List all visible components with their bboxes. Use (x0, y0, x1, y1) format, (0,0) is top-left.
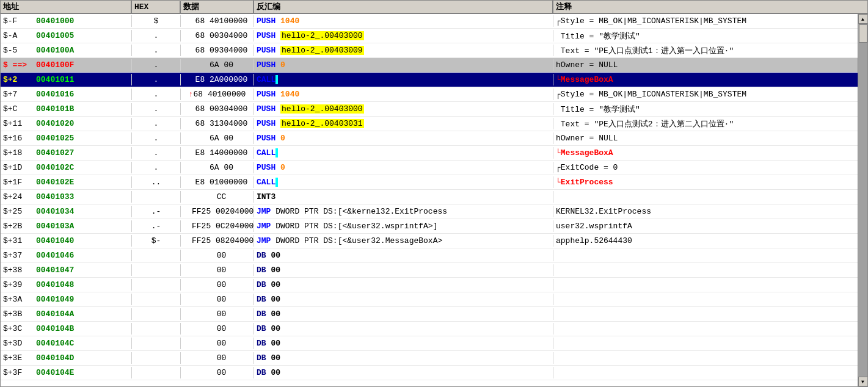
scrollbar[interactable]: ▲ ▼ (858, 14, 867, 386)
hex-bytes: 68 40100000 (193, 90, 246, 99)
cell-data: 00 (181, 264, 254, 276)
table-row[interactable]: $+18 00401027 . E8 14000000 CALL └Messag… (1, 146, 858, 161)
no-arrow (208, 353, 217, 363)
disasm-container: 地址 HEX 数据 反汇编 注释 (0, 0, 868, 387)
cell-comment: Title = "教学测试" (553, 29, 858, 43)
cell-hex: . (132, 30, 181, 42)
addr-hex: 00401000 (36, 16, 74, 26)
addr-hex: 0040104D (36, 353, 74, 363)
addr-hex: 00401025 (36, 134, 74, 143)
table-row[interactable]: $+3A 00401049 00 DB 00 (1, 292, 858, 307)
scrollbar-up-btn[interactable]: ▲ (858, 14, 868, 24)
table-row[interactable]: $+3C 0040104B 00 DB 00 (1, 322, 858, 336)
addr-hex: 00401011 (36, 75, 74, 84)
cell-data: 68 40100000 (181, 15, 254, 27)
cell-disasm: CALL (254, 147, 553, 159)
table-row[interactable]: $+1F 0040102E .. E8 01000000 CALL └ExitP… (1, 175, 858, 190)
cell-data: FF25 00204000 (181, 206, 254, 217)
table-row[interactable]: $+2B 0040103A .- FF25 0C204000 JMP DWORD… (1, 219, 858, 234)
no-arrow (187, 46, 195, 55)
cell-comment (553, 372, 858, 374)
cell-disasm: DB 00 (254, 323, 553, 335)
cell-hex (132, 367, 181, 378)
scrollbar-track[interactable] (858, 24, 867, 377)
table-row[interactable]: $+3B 0040104A 00 DB 00 (1, 307, 858, 322)
no-arrow (187, 178, 195, 187)
cell-data: FF25 08204000 (181, 235, 254, 247)
no-arrow (208, 192, 217, 201)
addr-hex: 0040102E (36, 178, 74, 187)
cell-data: 00 (181, 323, 254, 335)
cell-data: 00 (181, 367, 254, 378)
cell-disasm: DB 00 (254, 250, 553, 261)
table-row[interactable]: $+1D 0040102C . 6A 00 PUSH 0 ┌ExitCode =… (1, 161, 858, 175)
cell-address: $+31 00401040 (1, 235, 132, 247)
cell-comment: Text = "PE入口点测试2：进入第二入口位置·" (553, 117, 858, 131)
cell-disasm: JMP DWORD PTR DS:[<&user32.wsprintfA>] (254, 220, 553, 232)
scrollbar-thumb[interactable] (859, 24, 867, 43)
cell-hex (132, 250, 181, 261)
addr-hex: 0040103A (36, 222, 74, 231)
table-row[interactable]: $-F 00401000 $ 68 40100000 PUSH 1040 ┌St… (1, 14, 858, 29)
hex-bytes: 00 (217, 309, 227, 319)
table-row[interactable]: $ ==> 0040100F . 6A 00 PUSH 0 hOwner = N… (1, 58, 858, 73)
hex-bytes: 00 (217, 251, 227, 260)
table-row[interactable]: $+38 00401047 00 DB 00 (1, 263, 858, 278)
cell-address: $+38 00401047 (1, 264, 132, 276)
cell-disasm: CALL (254, 74, 553, 85)
cell-comment: Title = "教学测试" (553, 103, 858, 116)
cell-address: $+C 0040101B (1, 103, 132, 115)
cell-comment: hOwner = NULL (553, 59, 858, 71)
cell-disasm: PUSH 0 (254, 162, 553, 173)
cell-data: E8 01000000 (181, 176, 254, 188)
addr-offset: $+3B (3, 309, 35, 319)
table-row[interactable]: $+24 00401033 CC INT3 (1, 190, 858, 204)
cell-hex: $- (132, 235, 181, 247)
addr-hex: 00401046 (36, 251, 74, 260)
table-row[interactable]: $+31 00401040 $- FF25 08204000 JMP DWORD… (1, 234, 858, 248)
rows-container[interactable]: $-F 00401000 $ 68 40100000 PUSH 1040 ┌St… (1, 14, 858, 386)
cell-hex: . (132, 59, 181, 71)
cell-address: $+2 00401011 (1, 74, 132, 85)
table-row[interactable]: $+39 00401048 00 DB 00 (1, 278, 858, 292)
cell-address: $-A 00401005 (1, 30, 132, 42)
addr-offset: $+25 (3, 207, 35, 216)
table-row[interactable]: $+16 00401025 . 6A 00 PUSH 0 hOwner = NU… (1, 131, 858, 146)
header-hex: HEX (132, 1, 181, 13)
cell-address: $+1F 0040102E (1, 176, 132, 188)
table-row[interactable]: $-A 00401005 . 68 00304000 PUSH hello-2_… (1, 29, 858, 43)
addr-offset: $+3F (3, 368, 35, 377)
table-row[interactable]: $+7 00401016 . ↑68 40100000 PUSH 1040 ┌S… (1, 87, 858, 102)
table-row[interactable]: $+37 00401046 00 DB 00 (1, 248, 858, 263)
cell-address: $+3F 0040104E (1, 367, 132, 378)
cell-comment: └ExitProcess (553, 176, 858, 188)
cell-hex: . (132, 147, 181, 159)
addr-hex: 00401005 (36, 31, 74, 40)
addr-hex: 0040104E (36, 368, 74, 377)
table-row[interactable]: $+C 0040101B . 68 00304000 PUSH hello-2_… (1, 102, 858, 117)
cell-disasm: JMP DWORD PTR DS:[<&user32.MessageBoxA> (254, 235, 553, 247)
cell-address: $+37 00401046 (1, 250, 132, 261)
addr-hex: 0040100F (36, 60, 74, 70)
addr-hex: 00401049 (36, 295, 74, 304)
table-row[interactable]: $+11 00401020 . 68 31304000 PUSH hello-2… (1, 117, 858, 131)
table-row[interactable]: $-5 0040100A . 68 09304000 PUSH hello-2_… (1, 43, 858, 58)
table-row[interactable]: $+3E 0040104D 00 DB 00 (1, 351, 858, 366)
table-row[interactable]: $+3D 0040104C 00 DB 00 (1, 336, 858, 351)
addr-offset: $+C (3, 104, 35, 114)
cell-hex: . (132, 132, 181, 144)
table-row[interactable]: $+25 00401034 .- FF25 00204000 JMP DWORD… (1, 204, 858, 219)
scrollbar-down-btn[interactable]: ▼ (858, 377, 868, 386)
addr-offset: $+18 (3, 148, 35, 157)
table-row[interactable]: $+3F 0040104E 00 DB 00 (1, 366, 858, 380)
hex-bytes: CC (217, 192, 227, 201)
table-row[interactable]: $+2 00401011 . E8 2A000000 CALL └Message… (1, 73, 858, 87)
hex-bytes: E8 14000000 (195, 148, 248, 157)
no-arrow (183, 207, 192, 216)
header-comment: 注释 (553, 0, 858, 13)
cell-data: 00 (181, 279, 254, 291)
cell-address: $-F 00401000 (1, 15, 132, 27)
cell-address: $+16 00401025 (1, 132, 132, 144)
no-arrow (201, 163, 210, 172)
cell-data: FF25 0C204000 (181, 220, 254, 232)
